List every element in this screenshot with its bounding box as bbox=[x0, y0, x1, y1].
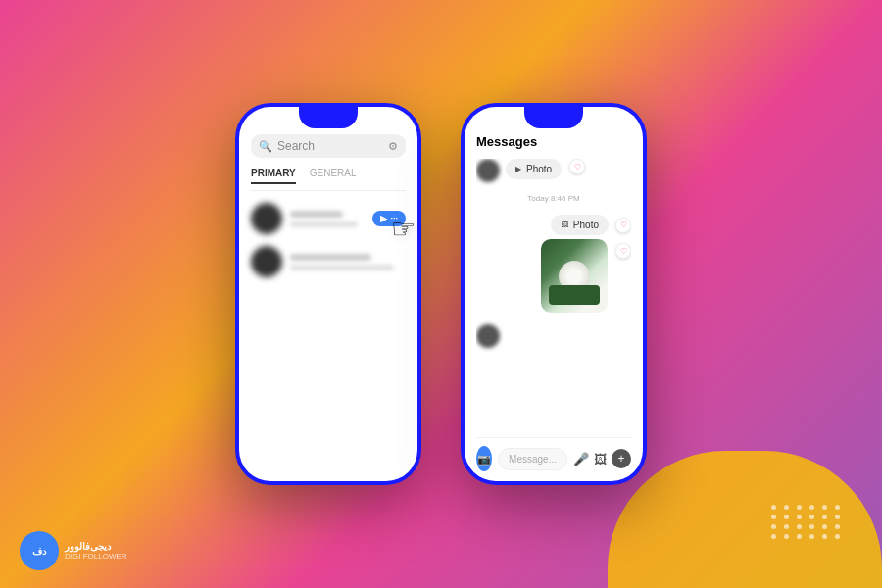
inbox-tabs: PRIMARY GENERAL bbox=[251, 168, 406, 191]
photo-play-icon: ▶ bbox=[515, 165, 521, 173]
photo-label-row: 🖼 Photo ♡ bbox=[541, 215, 631, 235]
phones-container: 🔍 Search ⚙ PRIMARY GENERAL bbox=[235, 103, 647, 485]
search-bar[interactable]: 🔍 Search ⚙ bbox=[251, 134, 406, 158]
input-icons: 🎤 🖼 + bbox=[573, 449, 631, 468]
search-input[interactable]: Search bbox=[277, 139, 388, 153]
gallery-icon[interactable]: 🖼 bbox=[594, 452, 607, 466]
message-input[interactable]: Message... bbox=[498, 448, 567, 470]
logo-text: دیجی‌فالوور DIGI FOLLOWER bbox=[65, 541, 127, 561]
messages-header: Messages bbox=[476, 134, 631, 149]
reaction-badge-1[interactable]: ♡ bbox=[569, 159, 585, 174]
sent-msg-photo: 🖼 Photo ♡ ♡ bbox=[476, 215, 631, 313]
camera-button[interactable]: 📷 bbox=[476, 446, 492, 471]
left-phone-notch bbox=[299, 107, 358, 128]
message-input-bar: 📷 Message... 🎤 🖼 + bbox=[476, 437, 631, 471]
reaction-badge-2[interactable]: ♡ bbox=[615, 218, 631, 233]
photo-label-1: Photo bbox=[526, 164, 552, 174]
reaction-badge-3[interactable]: ♡ bbox=[615, 243, 631, 259]
dm-info-2 bbox=[290, 254, 406, 270]
tab-primary[interactable]: PRIMARY bbox=[251, 168, 296, 184]
messages-view: Messages ▶ Photo ♡ Today 8: bbox=[465, 107, 643, 481]
filter-icon: ⚙ bbox=[388, 140, 398, 153]
dm-name-1 bbox=[290, 211, 343, 218]
avatar-2 bbox=[251, 246, 282, 277]
right-phone: Messages ▶ Photo ♡ Today 8: bbox=[461, 103, 647, 485]
dm-item-2[interactable] bbox=[251, 246, 406, 277]
photo-label-2: Photo bbox=[573, 220, 599, 230]
left-phone-screen: 🔍 Search ⚙ PRIMARY GENERAL bbox=[239, 107, 417, 481]
message-area: ▶ Photo ♡ Today 8:46 PM bbox=[476, 159, 631, 437]
photo-bubble: 🖼 Photo ♡ ♡ bbox=[541, 215, 631, 313]
tab-general[interactable]: GENERAL bbox=[310, 168, 357, 184]
right-phone-screen: Messages ▶ Photo ♡ Today 8: bbox=[465, 107, 643, 481]
dot-grid-decoration bbox=[771, 505, 843, 539]
sender-avatar-1 bbox=[476, 159, 500, 182]
dm-item-1[interactable]: ▶ ··· ☞ bbox=[251, 203, 406, 234]
dm-preview-1 bbox=[290, 221, 358, 227]
photo-play-icon-2: 🖼 bbox=[561, 220, 568, 229]
photo-image bbox=[541, 239, 608, 313]
avatar-1 bbox=[251, 203, 282, 234]
search-icon: 🔍 bbox=[259, 140, 272, 153]
dm-name-2 bbox=[290, 254, 371, 261]
msg-bubble-1: ▶ Photo bbox=[506, 159, 562, 179]
right-phone-notch bbox=[524, 107, 583, 128]
reaction-icon-3: ♡ bbox=[620, 247, 627, 256]
cursor-hand: ☞ bbox=[391, 213, 416, 245]
dm-preview-2 bbox=[290, 265, 394, 270]
add-button[interactable]: + bbox=[612, 449, 631, 468]
sender-avatar-2 bbox=[476, 324, 500, 348]
msg-bubble-2: 🖼 Photo bbox=[551, 215, 609, 235]
logo-icon: دف bbox=[20, 531, 59, 570]
microphone-icon[interactable]: 🎤 bbox=[573, 452, 589, 466]
play-icon: ▶ bbox=[380, 214, 387, 223]
reaction-icon-2: ♡ bbox=[620, 220, 627, 229]
dm-info-1 bbox=[290, 211, 365, 227]
reaction-icon-1: ♡ bbox=[574, 163, 581, 172]
received-msg-1: ▶ Photo ♡ bbox=[476, 159, 631, 182]
timestamp: Today 8:46 PM bbox=[476, 194, 631, 203]
left-phone: 🔍 Search ⚙ PRIMARY GENERAL bbox=[235, 103, 421, 485]
brand-logo: دف دیجی‌فالوور DIGI FOLLOWER bbox=[20, 531, 127, 570]
dm-inbox-view: 🔍 Search ⚙ PRIMARY GENERAL bbox=[239, 107, 417, 301]
